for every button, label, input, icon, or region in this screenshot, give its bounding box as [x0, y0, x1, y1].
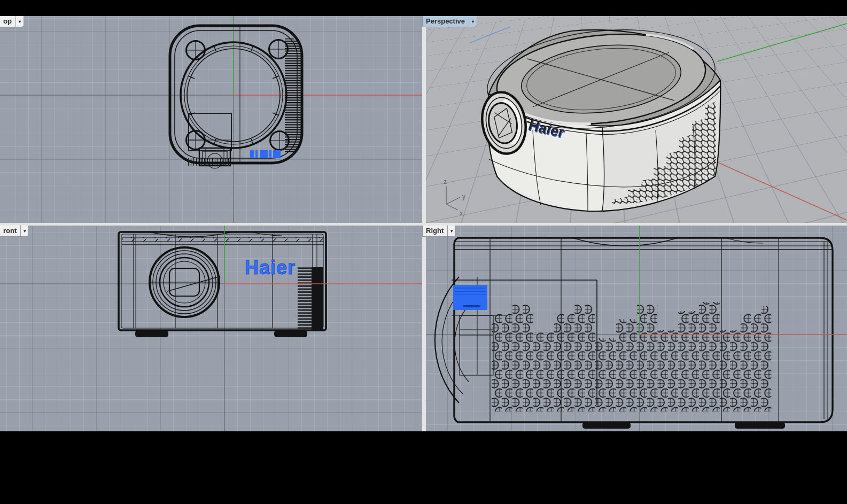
viewport-tab-perspective[interactable]: Perspective ▾ [422, 16, 477, 27]
bottom-black-bar [0, 431, 847, 504]
right-view-wireframe [426, 226, 847, 431]
selected-logo-top [250, 150, 281, 158]
viewport-tab-front-label: ront [0, 226, 20, 236]
chevron-down-icon[interactable]: ▾ [20, 226, 28, 236]
viewport-perspective[interactable]: Haier Haier z y x [426, 16, 847, 223]
viewport-front[interactable]: Haier [0, 226, 422, 431]
viewport-tab-right[interactable]: Right ▾ [422, 226, 456, 237]
viewport-top[interactable] [0, 16, 422, 223]
front-view-wireframe: Haier [0, 226, 422, 431]
chevron-down-icon[interactable]: ▾ [469, 16, 477, 27]
viewport-tab-top[interactable]: op ▾ [0, 16, 24, 27]
gizmo-x-label: x [460, 210, 463, 217]
viewport-tab-top-label: op [0, 16, 15, 27]
selected-part-right [453, 285, 487, 310]
chevron-down-icon[interactable]: ▾ [447, 226, 455, 236]
top-black-bar [0, 0, 847, 16]
chevron-down-icon[interactable]: ▾ [15, 16, 24, 27]
perspective-shaded-model: Haier Haier z y x [426, 16, 847, 223]
axis-gizmo: z y x [444, 178, 465, 217]
rhino-cad-window: Haier Haier z y x [0, 0, 847, 504]
top-view-wireframe [0, 16, 422, 223]
gizmo-y-label: y [462, 193, 465, 200]
viewport-tab-right-label: Right [423, 226, 447, 236]
viewport-tab-perspective-label: Perspective [423, 16, 469, 27]
gizmo-z-label: z [444, 178, 447, 185]
viewport-right[interactable] [426, 226, 847, 431]
viewport-tab-front[interactable]: ront ▾ [0, 226, 29, 237]
brand-logo-front-selected: Haier [245, 257, 296, 278]
